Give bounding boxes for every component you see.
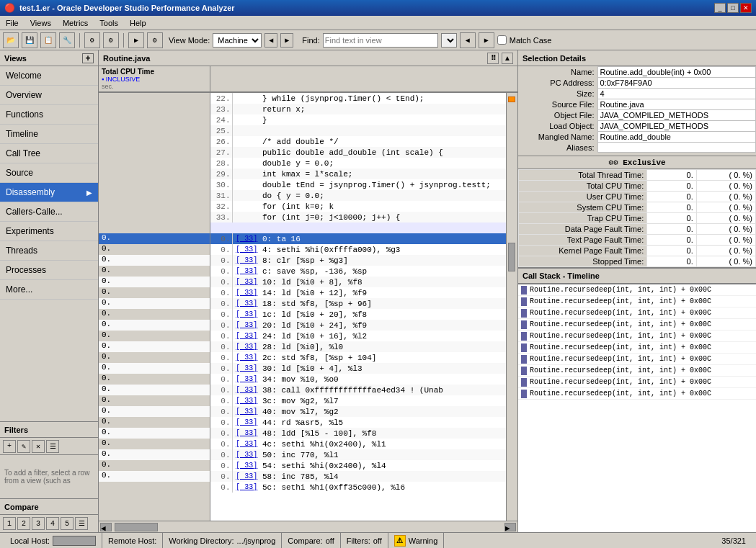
line-metric[interactable]: [ 33] (232, 363, 261, 374)
menu-help[interactable]: Help (127, 18, 149, 28)
sidebar-item-overview[interactable]: Overview (0, 86, 98, 105)
menu-views[interactable]: Views (27, 18, 54, 28)
call-stack-item[interactable]: Routine.recursedeep(int, int, int) + 0x0… (518, 319, 756, 331)
menu-file[interactable]: File (3, 18, 22, 28)
line-metric[interactable]: [ 33] (232, 331, 261, 341)
compare-toolbar: 1 2 3 4 5 ☰ (0, 515, 98, 532)
line-number: 0. (210, 385, 232, 395)
view-mode-select[interactable]: Machine Source Mixed (213, 33, 262, 48)
call-stack-item[interactable]: Routine.recursedeep(int, int, int) + 0x0… (518, 377, 756, 388)
vertical-scrollbar[interactable] (506, 93, 517, 521)
compare-btn-3[interactable]: 3 (32, 517, 45, 530)
menu-tools[interactable]: Tools (97, 18, 121, 28)
call-stack-bar (521, 355, 527, 364)
line-metric[interactable]: [ 33] (232, 449, 261, 460)
filter-edit-button[interactable]: ✎ (17, 440, 30, 453)
nav-forward-button[interactable]: ▶ (280, 33, 293, 48)
line-number: 32. (210, 201, 232, 212)
sidebar-item-callers[interactable]: Callers-Calle... (0, 202, 98, 222)
line-metric[interactable]: [ 33] (232, 460, 261, 471)
line-metric[interactable]: [ 33] (232, 244, 261, 255)
toolbar-btn-7[interactable]: ▶ (128, 32, 144, 48)
code-scroll-area[interactable]: 22. } while (jsynprog.Timer() < tEnd); 2… (210, 93, 506, 521)
line-metric[interactable]: [ 33] (232, 471, 261, 482)
line-metric[interactable]: [ 33] (232, 428, 261, 439)
compare-menu-button[interactable]: ☰ (75, 517, 88, 530)
toolbar-btn-6[interactable]: ⚙ (103, 32, 119, 48)
sidebar-item-functions[interactable]: Functions (0, 105, 98, 125)
compare-btn-2[interactable]: 2 (17, 517, 30, 530)
line-metric[interactable]: [ 33] (232, 374, 261, 385)
find-prev-button[interactable]: ◀ (460, 32, 476, 48)
line-metric[interactable]: [ 33] (232, 266, 261, 277)
sidebar-item-experiments[interactable]: Experiments (0, 222, 98, 241)
horiz-scroll-left[interactable]: ◀ (100, 523, 112, 531)
metric-value: 0. (647, 224, 697, 235)
sidebar-item-welcome[interactable]: Welcome (0, 66, 98, 86)
nav-back-button[interactable]: ◀ (264, 33, 277, 48)
call-stack-item[interactable]: Routine.recursedeep(int, int, int) + 0x0… (518, 342, 756, 354)
filter-add-button[interactable]: + (3, 440, 16, 453)
find-input[interactable] (323, 33, 438, 48)
find-next-button[interactable]: ▶ (479, 32, 494, 48)
call-stack-item[interactable]: Routine.recursedeep(int, int, int) + 0x0… (518, 296, 756, 307)
line-metric[interactable]: [ 33] (232, 439, 261, 449)
line-metric[interactable]: [ 33] (232, 395, 261, 406)
call-stack-item[interactable]: Routine.recursedeep(int, int, int) + 0x0… (518, 284, 756, 296)
line-metric[interactable]: [ 33] (232, 417, 261, 428)
sidebar-item-calltree[interactable]: Call Tree (0, 144, 98, 163)
inclusive-label[interactable]: ▪ INCLUSIVE (102, 76, 207, 83)
call-stack-item[interactable]: Routine.recursedeep(int, int, int) + 0x0… (518, 354, 756, 365)
filter-remove-button[interactable]: ✕ (32, 440, 45, 453)
sidebar-item-more[interactable]: More... (0, 280, 98, 300)
filter-menu-button[interactable]: ☰ (46, 440, 59, 453)
line-metric[interactable]: [ 33] (232, 385, 261, 395)
match-case-checkbox[interactable] (497, 35, 507, 45)
line-metric[interactable]: [ 33] (232, 287, 261, 298)
line-metric[interactable]: [ 33] (232, 233, 261, 244)
line-metric[interactable]: [ 33] (232, 255, 261, 266)
compare-btn-1[interactable]: 1 (3, 517, 16, 530)
sidebar-item-disassembly[interactable]: Disassembly ▶ (0, 183, 98, 202)
line-metric[interactable]: [ 33] (232, 298, 261, 309)
line-metric[interactable]: [ 33] (232, 482, 261, 493)
call-stack-item[interactable]: Routine.recursedeep(int, int, int) + 0x0… (518, 365, 756, 377)
line-metric[interactable]: [ 33] (232, 341, 261, 352)
line-metric[interactable]: [ 33] (232, 320, 261, 331)
warning-icon: ⚠ (394, 535, 406, 547)
sidebar-item-source[interactable]: Source (0, 163, 98, 183)
panel-grip-icon[interactable]: ⠿ (487, 53, 499, 64)
line-metric[interactable]: [ 33] (232, 352, 261, 363)
find-dropdown[interactable] (441, 33, 457, 48)
call-stack-item[interactable]: Routine.recursedeep(int, int, int) + 0x0… (518, 388, 756, 400)
line-metric[interactable]: [ 33] (232, 309, 261, 320)
sec-label: sec. (102, 83, 207, 90)
horiz-scroll-right[interactable]: ▶ (504, 523, 516, 531)
close-button[interactable]: ✕ (740, 3, 752, 13)
toolbar-btn-2[interactable]: 💾 (22, 32, 37, 48)
sidebar-item-processes[interactable]: Processes (0, 261, 98, 280)
line-metric[interactable]: [ 33] (232, 277, 261, 287)
compare-btn-4[interactable]: 4 (46, 517, 59, 530)
horizontal-scrollbar[interactable]: ◀ ▶ (99, 521, 517, 532)
maximize-button[interactable]: □ (727, 3, 739, 13)
call-stack-item[interactable]: Routine.recursedeep(int, int, int) + 0x0… (518, 307, 756, 319)
toolbar-btn-1[interactable]: 📂 (3, 32, 19, 48)
toolbar-btn-3[interactable]: 📋 (40, 32, 56, 48)
sidebar-item-threads[interactable]: Threads (0, 241, 98, 261)
toolbar-btn-4[interactable]: 🔧 (59, 32, 75, 48)
compare-btn-5[interactable]: 5 (61, 517, 74, 530)
toolbar-btn-8[interactable]: ⚙ (147, 32, 163, 48)
sidebar-add-button[interactable]: + (82, 53, 94, 63)
call-stack-area[interactable]: Routine.recursedeep(int, int, int) + 0x0… (518, 284, 756, 532)
scroll-thumb[interactable] (508, 243, 515, 271)
line-metric[interactable]: [ 33] (232, 406, 261, 417)
code-text: 30: ld [%i0 + 4], %l3 (261, 363, 506, 374)
panel-expand-icon[interactable]: ▲ (502, 53, 513, 64)
minimize-button[interactable]: _ (714, 3, 726, 13)
menu-metrics[interactable]: Metrics (60, 18, 91, 28)
horiz-scroll-thumb[interactable] (115, 523, 158, 531)
sidebar-item-timeline[interactable]: Timeline (0, 125, 98, 144)
call-stack-item[interactable]: Routine.recursedeep(int, int, int) + 0x0… (518, 331, 756, 342)
toolbar-btn-5[interactable]: ⚙ (84, 32, 100, 48)
